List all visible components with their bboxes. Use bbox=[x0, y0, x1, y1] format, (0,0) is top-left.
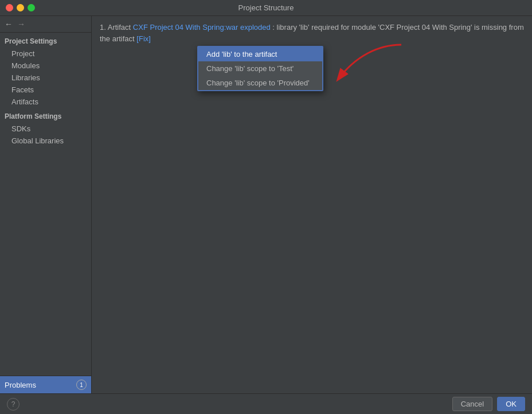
cancel-button[interactable]: Cancel bbox=[452, 397, 492, 411]
sidebar-item-modules[interactable]: Modules bbox=[0, 60, 91, 72]
sidebar-item-global-libraries[interactable]: Global Libraries bbox=[0, 135, 91, 147]
nav-arrows: ← → bbox=[0, 16, 91, 33]
sidebar-item-artifacts[interactable]: Artifacts bbox=[0, 96, 91, 108]
artifact-link[interactable]: CXF Project 04 With Spring:war exploded bbox=[133, 23, 271, 32]
annotation-arrow bbox=[332, 39, 424, 110]
bottom-bar: ? Cancel OK bbox=[0, 393, 532, 414]
back-arrow[interactable]: ← bbox=[5, 19, 13, 29]
maximize-button[interactable] bbox=[28, 4, 35, 11]
sidebar-item-libraries[interactable]: Libraries bbox=[0, 72, 91, 84]
platform-settings-section: Platform Settings bbox=[0, 108, 91, 123]
sidebar-bottom: Problems 1 bbox=[0, 376, 91, 393]
title-bar: Project Structure bbox=[0, 0, 532, 16]
project-settings-section: Project Settings bbox=[0, 33, 91, 48]
close-button[interactable] bbox=[6, 4, 13, 11]
problems-tab[interactable]: Problems 1 bbox=[0, 376, 91, 393]
dropdown-item-add[interactable]: Add 'lib' to the artifact bbox=[198, 47, 322, 61]
content-area: 1. Artifact CXF Project 04 With Spring:w… bbox=[92, 16, 532, 393]
problems-badge: 1 bbox=[76, 380, 87, 390]
bottom-buttons: Cancel OK bbox=[452, 397, 525, 411]
dropdown-menu: Add 'lib' to the artifact Change 'lib' s… bbox=[197, 46, 323, 91]
window-title: Project Structure bbox=[238, 3, 294, 12]
dropdown-item-test[interactable]: Change 'lib' scope to 'Test' bbox=[198, 61, 322, 76]
ok-button[interactable]: OK bbox=[497, 397, 525, 411]
window-controls[interactable] bbox=[6, 4, 35, 11]
problem-number: 1. bbox=[100, 23, 106, 32]
problem-prefix: Artifact bbox=[108, 23, 131, 32]
minimize-button[interactable] bbox=[17, 4, 24, 11]
sidebar-item-sdks[interactable]: SDKs bbox=[0, 123, 91, 135]
fix-link[interactable]: [Fix] bbox=[136, 34, 151, 43]
dropdown-container: Add 'lib' to the artifact Change 'lib' s… bbox=[197, 46, 323, 91]
sidebar-item-facets[interactable]: Facets bbox=[0, 84, 91, 96]
sidebar: ← → Project Settings Project Modules Lib… bbox=[0, 16, 92, 393]
help-button[interactable]: ? bbox=[7, 398, 19, 411]
main-layout: ← → Project Settings Project Modules Lib… bbox=[0, 16, 532, 393]
problems-label: Problems bbox=[5, 381, 36, 389]
sidebar-item-project[interactable]: Project bbox=[0, 48, 91, 60]
forward-arrow[interactable]: → bbox=[17, 19, 25, 29]
dropdown-item-provided[interactable]: Change 'lib' scope to 'Provided' bbox=[198, 76, 322, 90]
problem-message: 1. Artifact CXF Project 04 With Spring:w… bbox=[92, 16, 532, 49]
